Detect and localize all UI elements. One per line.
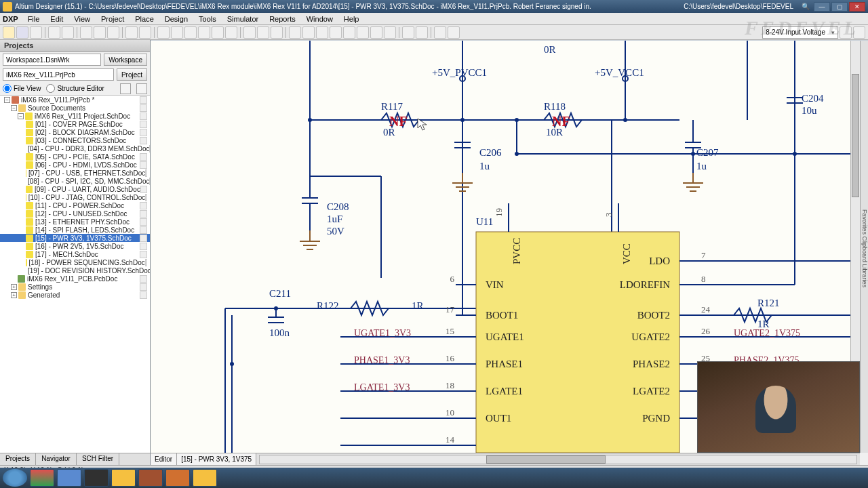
tool-k[interactable] xyxy=(416,26,428,39)
tree-expander[interactable]: + xyxy=(11,284,17,290)
tree-expander[interactable]: − xyxy=(18,113,24,119)
menu-file[interactable]: File xyxy=(22,15,45,23)
tool-new[interactable] xyxy=(3,26,15,39)
tree-row[interactable]: +Generated xyxy=(0,291,150,299)
tree-row[interactable]: [10] - CPU - JTAG, CONTROL.SchDoc xyxy=(0,193,150,201)
tool-part[interactable] xyxy=(343,26,355,39)
editor-tab[interactable]: Editor xyxy=(151,453,177,465)
tool-paste[interactable] xyxy=(107,26,119,39)
tree-row[interactable]: [17] - MECH.SchDoc xyxy=(0,250,150,258)
tool-i[interactable] xyxy=(271,26,283,39)
tool-net[interactable] xyxy=(302,26,315,39)
tree-row[interactable]: +Settings xyxy=(0,283,150,291)
tool-redo[interactable] xyxy=(139,26,151,39)
tab-schfilter[interactable]: SCH Filter xyxy=(77,453,119,465)
tool-zoom[interactable] xyxy=(62,26,74,39)
close-button[interactable]: ✕ xyxy=(849,2,865,12)
tree-row[interactable]: iMX6 Rex_V1I1_PCB.PcbDoc xyxy=(0,274,150,283)
tool-print[interactable] xyxy=(48,26,60,39)
task-chrome[interactable] xyxy=(30,469,54,487)
tool-l[interactable] xyxy=(434,26,446,39)
task-notepad[interactable] xyxy=(57,469,81,487)
menu-project[interactable]: Project xyxy=(96,15,130,23)
tree-row[interactable]: [08] - CPU - SPI, I2C, SD, MMC.SchDoc xyxy=(0,177,150,185)
vscroll-thumb[interactable] xyxy=(852,74,859,197)
tree-row[interactable]: [13] - ETHERNET PHY.SchDoc xyxy=(0,218,150,226)
tool-save[interactable] xyxy=(30,26,42,39)
menu-tools[interactable]: Tools xyxy=(193,15,222,23)
tree-row[interactable]: [07] - CPU - USB, ETHERNET.SchDoc xyxy=(0,169,150,177)
tool-g[interactable] xyxy=(243,26,256,39)
tool-a[interactable] xyxy=(157,26,170,39)
project-button[interactable]: Project xyxy=(117,68,147,81)
task-app2[interactable] xyxy=(165,469,190,487)
menu-place[interactable]: Place xyxy=(130,15,159,23)
tool-rect[interactable] xyxy=(370,26,382,39)
hscroll-track[interactable] xyxy=(259,455,857,464)
task-altium[interactable] xyxy=(111,469,136,487)
tab-navigator[interactable]: Navigator xyxy=(36,453,77,465)
tree-row[interactable]: [04] - CPU - DDR3, DDR3 MEM.SchDoc xyxy=(0,144,150,152)
editor-doc[interactable]: [15] - PWR 3V3, 1V375 xyxy=(177,453,256,465)
tree-row[interactable]: [05] - CPU - PCIE, SATA.SchDoc xyxy=(0,152,150,161)
dxp-menu[interactable]: DXP xyxy=(3,15,22,23)
minimize-button[interactable]: — xyxy=(814,2,830,12)
fileview-radio[interactable]: File View xyxy=(3,84,41,93)
tree-row[interactable]: [19] - DOC REVISION HISTORY.SchDoc xyxy=(0,266,150,274)
menu-help[interactable]: Help xyxy=(338,15,365,23)
tool-open[interactable] xyxy=(16,26,28,39)
tree-row[interactable]: [15] - PWR 3V3, 1V375.SchDoc xyxy=(0,234,150,242)
tree-row[interactable]: [01] - COVER PAGE.SchDoc xyxy=(0,120,150,128)
tree-row[interactable]: [03] - CONNECTORS.SchDoc xyxy=(0,136,150,144)
tree-row[interactable]: [18] - POWER SEQUENCING.SchDoc xyxy=(0,258,150,266)
tree-row[interactable]: −Source Documents xyxy=(0,104,150,112)
voltage-combo[interactable]: 8-24V Input Voltage xyxy=(762,26,838,39)
tool-j[interactable] xyxy=(402,26,414,39)
hscroll-thumb[interactable] xyxy=(486,455,606,464)
tree-row[interactable]: [06] - CPU - HDMI, LVDS.SchDoc xyxy=(0,161,150,169)
tool-c[interactable] xyxy=(184,26,197,39)
tool-n[interactable] xyxy=(840,26,852,39)
tool-wire[interactable] xyxy=(289,26,301,39)
project-combo[interactable]: iMX6 Rex_V1I1.PrjPcb xyxy=(3,68,114,81)
tab-projects[interactable]: Projects xyxy=(0,453,36,465)
tool-m[interactable] xyxy=(448,26,460,39)
tool-undo[interactable] xyxy=(125,26,138,39)
tree-row[interactable]: [14] - SPI FLASH, LEDS.SchDoc xyxy=(0,226,150,234)
menu-view[interactable]: View xyxy=(68,15,96,23)
task-java[interactable] xyxy=(138,469,163,487)
tree-row[interactable]: [12] - CPU - UNUSED.SchDoc xyxy=(0,209,150,218)
tree-expander[interactable]: − xyxy=(11,105,17,111)
tool-b[interactable] xyxy=(171,26,183,39)
project-tree[interactable]: −iMX6 Rex_V1I1.PrjPcb *−Source Documents… xyxy=(0,96,150,453)
panel-options[interactable] xyxy=(136,83,147,94)
tool-d[interactable] xyxy=(198,26,210,39)
menu-window[interactable]: Window xyxy=(301,15,338,23)
tree-expander[interactable]: + xyxy=(11,292,17,298)
panel-refresh[interactable] xyxy=(120,83,131,94)
tool-arc[interactable] xyxy=(384,26,396,39)
menu-reports[interactable]: Reports xyxy=(264,15,301,23)
tool-cut[interactable] xyxy=(80,26,92,39)
task-altium2[interactable] xyxy=(193,469,217,487)
menu-design[interactable]: Design xyxy=(159,15,193,23)
tool-gnd[interactable] xyxy=(330,26,342,39)
structeditor-radio[interactable]: Structure Editor xyxy=(46,84,104,93)
maximize-button[interactable]: ▢ xyxy=(831,2,848,12)
tree-row[interactable]: −iMX6 Rex_V1I1 Project.SchDoc xyxy=(0,112,150,120)
tool-copy[interactable] xyxy=(94,26,106,39)
tool-text[interactable] xyxy=(357,26,369,39)
tree-row[interactable]: [09] - CPU - UART, AUDIO.SchDoc xyxy=(0,185,150,193)
tree-row[interactable]: [02] - BLOCK DIAGRAM.SchDoc xyxy=(0,128,150,136)
menu-edit[interactable]: Edit xyxy=(45,15,68,23)
workspace-combo[interactable]: Workspace1.DsnWrk xyxy=(3,54,101,66)
right-dock-tabs[interactable]: Favorites Clipboard Libraries xyxy=(860,41,868,453)
tree-row[interactable]: −iMX6 Rex_V1I1.PrjPcb * xyxy=(0,96,150,104)
tool-o[interactable] xyxy=(853,26,865,39)
search-icon[interactable]: 🔍 xyxy=(802,3,810,10)
tree-row[interactable]: [16] - PWR 2V5, 1V5.SchDoc xyxy=(0,242,150,250)
tool-h[interactable] xyxy=(257,26,269,39)
tool-port[interactable] xyxy=(316,26,328,39)
tool-f[interactable] xyxy=(225,26,237,39)
tool-e[interactable] xyxy=(212,26,224,39)
